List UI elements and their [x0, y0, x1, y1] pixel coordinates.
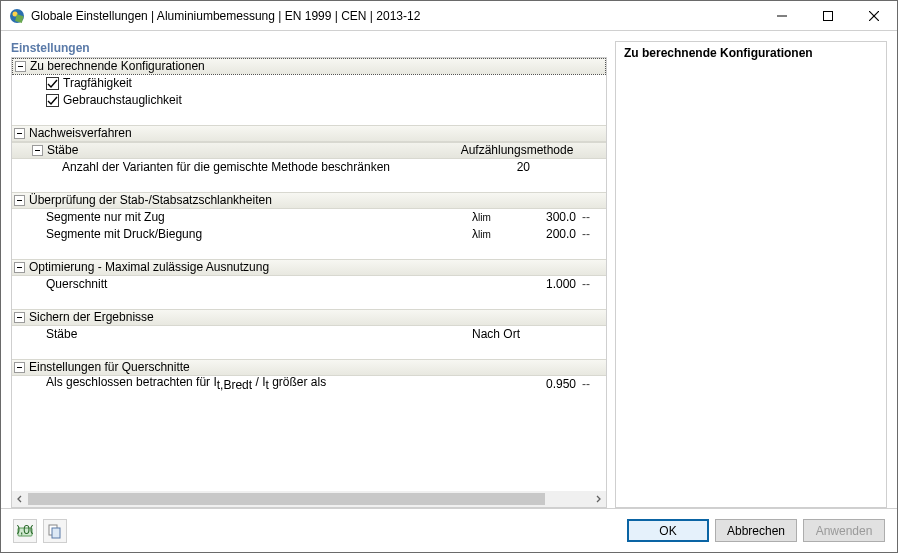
section-label: Zu berechnende Konfigurationen	[30, 58, 605, 75]
row-value[interactable]: 200.0	[522, 226, 582, 243]
row-label: Querschnitt	[46, 276, 472, 293]
right-panel: Zu berechnende Konfigurationen	[615, 41, 887, 508]
row-druck[interactable]: Segmente mit Druck/Biegung λlim 200.0 --	[12, 226, 606, 243]
svg-rect-10	[52, 528, 60, 538]
checkbox-icon[interactable]	[46, 94, 59, 107]
section-configs[interactable]: Zu berechnende Konfigurationen	[12, 58, 606, 75]
window-title: Globale Einstellungen | Aluminiumbemessu…	[31, 9, 759, 23]
check-label: Gebrauchstauglichkeit	[63, 92, 606, 109]
row-zug[interactable]: Segmente nur mit Zug λlim 300.0 --	[12, 209, 606, 226]
check-tragfaehigkeit[interactable]: Tragfähigkeit	[12, 75, 606, 92]
row-value[interactable]: 20	[476, 159, 536, 176]
scroll-left-icon[interactable]	[12, 491, 28, 507]
row-staebe-save[interactable]: Stäbe Nach Ort	[12, 326, 606, 343]
collapse-icon[interactable]	[14, 362, 25, 373]
horizontal-scrollbar[interactable]	[12, 491, 606, 507]
section-method[interactable]: Nachweisverfahren	[12, 125, 606, 142]
minimize-button[interactable]	[759, 1, 805, 30]
row-label: Segmente mit Druck/Biegung	[46, 226, 472, 243]
row-label: Segmente nur mit Zug	[46, 209, 472, 226]
scroll-thumb[interactable]	[28, 493, 545, 505]
section-save[interactable]: Sichern der Ergebnisse	[12, 309, 606, 326]
check-label: Tragfähigkeit	[63, 75, 606, 92]
sub-value[interactable]: Aufzählungsmethode	[452, 142, 582, 159]
sub-label: Stäbe	[47, 142, 452, 159]
row-value[interactable]: 300.0	[522, 209, 582, 226]
row-bredt[interactable]: Als geschlossen betrachten für It,Bredt …	[12, 376, 606, 393]
section-label: Optimierung - Maximal zulässige Ausnutzu…	[29, 259, 606, 276]
app-icon	[9, 8, 25, 24]
sym-lambda-lim: λlim	[472, 226, 522, 243]
row-unit: --	[582, 209, 606, 226]
ok-button[interactable]: OK	[627, 519, 709, 542]
check-gebrauchstauglichkeit[interactable]: Gebrauchstauglichkeit	[12, 92, 606, 109]
row-value[interactable]: 1.000	[522, 276, 582, 293]
maximize-button[interactable]	[805, 1, 851, 30]
settings-title: Einstellungen	[11, 41, 607, 55]
bottom-bar: 0,00 OK Abbrechen Anwenden	[1, 508, 897, 552]
collapse-icon[interactable]	[14, 195, 25, 206]
section-label: Sichern der Ergebnisse	[29, 309, 606, 326]
section-optim[interactable]: Optimierung - Maximal zulässige Ausnutzu…	[12, 259, 606, 276]
checkbox-icon[interactable]	[46, 77, 59, 90]
collapse-icon[interactable]	[14, 262, 25, 273]
section-slenderness[interactable]: Überprüfung der Stab-/Stabsatzschlankhei…	[12, 192, 606, 209]
units-button[interactable]: 0,00	[13, 519, 37, 543]
row-label: Anzahl der Varianten für die gemischte M…	[62, 159, 476, 176]
row-unit: --	[582, 276, 606, 293]
row-label: Stäbe	[46, 326, 472, 343]
svg-rect-4	[824, 11, 833, 20]
collapse-icon[interactable]	[14, 128, 25, 139]
settings-tree: Zu berechnende Konfigurationen Tragfähig…	[11, 57, 607, 508]
close-button[interactable]	[851, 1, 897, 30]
titlebar: Globale Einstellungen | Aluminiumbemessu…	[1, 1, 897, 31]
row-unit: --	[582, 226, 606, 243]
row-value[interactable]: Nach Ort	[472, 326, 606, 343]
row-unit: --	[582, 376, 606, 393]
right-title: Zu berechnende Konfigurationen	[624, 46, 878, 60]
cancel-button[interactable]: Abbrechen	[715, 519, 797, 542]
row-value[interactable]: 0.950	[522, 376, 582, 393]
scroll-right-icon[interactable]	[590, 491, 606, 507]
copy-button[interactable]	[43, 519, 67, 543]
collapse-icon[interactable]	[32, 145, 43, 156]
apply-button[interactable]: Anwenden	[803, 519, 885, 542]
sub-staebe[interactable]: Stäbe Aufzählungsmethode	[12, 142, 606, 159]
collapse-icon[interactable]	[15, 61, 26, 72]
row-querschnitt[interactable]: Querschnitt 1.000 --	[12, 276, 606, 293]
section-label: Nachweisverfahren	[29, 125, 606, 142]
svg-text:0,00: 0,00	[17, 523, 33, 537]
row-label: Als geschlossen betrachten für It,Bredt …	[46, 374, 472, 394]
sym-lambda-lim: λlim	[472, 209, 522, 226]
section-label: Überprüfung der Stab-/Stabsatzschlankhei…	[29, 192, 606, 209]
collapse-icon[interactable]	[14, 312, 25, 323]
row-varianten[interactable]: Anzahl der Varianten für die gemischte M…	[12, 159, 606, 176]
